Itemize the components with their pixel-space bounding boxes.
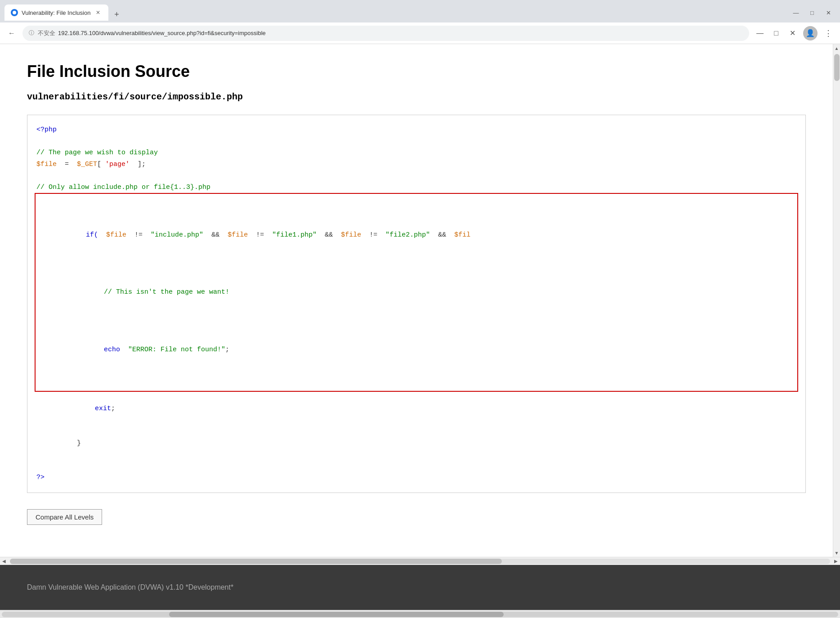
code-line-5 bbox=[36, 170, 796, 182]
active-tab[interactable]: Vulnerability: File Inclusion ✕ bbox=[4, 4, 108, 21]
footer: Damn Vulnerable Web Application (DVWA) v… bbox=[0, 565, 840, 610]
h-scroll-thumb[interactable] bbox=[10, 559, 502, 564]
code-line-7: if( $file != "include.php" && $file != "… bbox=[37, 218, 795, 252]
tab-title: Vulnerability: File Inclusion bbox=[22, 9, 90, 16]
close-nav-button[interactable]: ✕ bbox=[785, 26, 800, 40]
profile-button[interactable]: 👤 bbox=[803, 26, 818, 40]
code-line-11: } bbox=[36, 426, 796, 461]
scroll-up-arrow[interactable]: ▲ bbox=[833, 44, 840, 52]
minimize-nav-button[interactable]: — bbox=[753, 26, 767, 40]
maximize-button[interactable]: □ bbox=[806, 6, 818, 19]
restore-nav-button[interactable]: □ bbox=[769, 26, 783, 40]
minimize-button[interactable]: — bbox=[790, 6, 802, 19]
h-scroll-track bbox=[10, 559, 830, 564]
content-area: File Inclusion Source vulnerabilities/fi… bbox=[0, 44, 840, 557]
code-var-file: $file bbox=[36, 161, 57, 168]
new-tab-button[interactable]: + bbox=[110, 8, 123, 21]
vertical-scrollbar[interactable]: ▲ ▼ bbox=[833, 44, 840, 557]
code-line-6: // Only allow include.php or file{1..3}.… bbox=[36, 182, 796, 193]
code-line-1: <?php bbox=[36, 124, 796, 136]
code-block: <?php // The page we wish to display $fi… bbox=[27, 115, 806, 493]
h-scroll-right-arrow[interactable]: ▶ bbox=[832, 557, 840, 565]
compare-all-levels-button[interactable]: Compare All Levels bbox=[27, 509, 102, 525]
file-path: vulnerabilities/fi/source/impossible.php bbox=[27, 92, 806, 102]
nav-extra-buttons: — □ ✕ bbox=[753, 26, 800, 40]
tab-close-button[interactable]: ✕ bbox=[94, 9, 102, 17]
code-highlighted-section: if( $file != "include.php" && $file != "… bbox=[35, 193, 798, 392]
code-line-4: $file = $_GET[ 'page' ]; bbox=[36, 159, 796, 170]
global-h-scroll-thumb[interactable] bbox=[169, 612, 504, 617]
tab-bar: Vulnerability: File Inclusion ✕ + bbox=[0, 4, 790, 21]
code-get: $_GET bbox=[77, 161, 97, 168]
navigation-bar: ← ⓘ 不安全 192.168.75.100/dvwa/vulnerabilit… bbox=[0, 22, 840, 44]
code-line-8: // This isn't the page we want! bbox=[37, 275, 795, 310]
code-line-3: // The page we wish to display bbox=[36, 147, 796, 159]
code-line-9: echo "ERROR: File not found!"; bbox=[37, 332, 795, 367]
code-line-13: ?> bbox=[36, 472, 796, 484]
horizontal-scrollbar[interactable]: ◀ ▶ bbox=[0, 557, 840, 565]
insecure-label: 不安全 bbox=[38, 29, 55, 37]
page-title: File Inclusion Source bbox=[27, 62, 806, 81]
back-button[interactable]: ← bbox=[4, 26, 19, 40]
title-bar: Vulnerability: File Inclusion ✕ + — □ ✕ bbox=[0, 0, 840, 22]
menu-button[interactable]: ⋮ bbox=[821, 26, 836, 40]
address-bar[interactable]: ⓘ 不安全 192.168.75.100/dvwa/vulnerabilitie… bbox=[22, 26, 749, 41]
footer-text: Damn Vulnerable Web Application (DVWA) v… bbox=[27, 583, 233, 591]
code-line-2 bbox=[36, 136, 796, 148]
address-url: 192.168.75.100/dvwa/vulnerabilities/view… bbox=[58, 30, 266, 36]
h-scroll-left-arrow[interactable]: ◀ bbox=[0, 557, 8, 565]
page-content: File Inclusion Source vulnerabilities/fi… bbox=[0, 44, 833, 557]
window-close-button[interactable]: ✕ bbox=[822, 6, 835, 19]
global-horizontal-scrollbar[interactable] bbox=[0, 610, 840, 618]
browser-window: Vulnerability: File Inclusion ✕ + — □ ✕ … bbox=[0, 0, 840, 618]
lock-icon: ⓘ bbox=[29, 29, 34, 37]
scroll-thumb[interactable] bbox=[834, 54, 840, 81]
global-h-scroll-track bbox=[2, 612, 838, 617]
code-page-str: 'page' bbox=[105, 161, 130, 168]
tab-favicon bbox=[11, 9, 18, 16]
code-line-10: exit; bbox=[36, 392, 796, 426]
scroll-down-arrow[interactable]: ▼ bbox=[833, 549, 840, 557]
profile-icon: 👤 bbox=[806, 29, 815, 37]
code-line-12 bbox=[36, 461, 796, 472]
window-controls: — □ ✕ bbox=[790, 6, 840, 19]
